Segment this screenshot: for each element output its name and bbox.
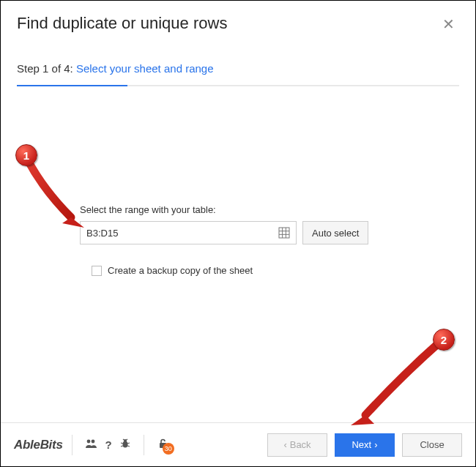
step-prefix: Step 1 of 4: [17, 62, 76, 75]
people-icon[interactable] [85, 438, 98, 451]
close-icon[interactable]: ✕ [438, 14, 459, 34]
badge-count: 30 [163, 443, 174, 455]
range-input[interactable] [81, 223, 278, 243]
footer-bar: AbleBits ? 30 ‹ Back Next › Close [1, 422, 475, 466]
range-label: Select the range with your table: [80, 204, 387, 215]
annotation-1-number: 1 [23, 149, 29, 162]
annotation-arrow-2 [345, 330, 455, 433]
help-icon[interactable]: ? [105, 438, 112, 451]
svg-point-6 [91, 440, 94, 444]
progress-fill [17, 85, 127, 86]
back-button[interactable]: ‹ Back [267, 433, 327, 457]
annotation-2-number: 2 [441, 334, 447, 346]
back-label: Back [290, 439, 311, 450]
dialog-title: Find duplicate or unique rows [17, 14, 227, 33]
svg-line-11 [121, 446, 123, 447]
chevron-left-icon: ‹ [283, 439, 286, 450]
svg-line-9 [121, 443, 123, 444]
bug-icon[interactable] [119, 438, 131, 452]
svg-line-14 [126, 439, 127, 441]
footer-divider-2 [144, 435, 144, 455]
grid-icon[interactable] [278, 227, 290, 239]
step-indicator: Step 1 of 4: Select your sheet and range [17, 62, 459, 75]
annotation-badge-2: 2 [433, 329, 455, 351]
next-button[interactable]: Next › [335, 433, 395, 457]
backup-checkbox[interactable] [92, 266, 102, 276]
unlock-icon[interactable]: 30 [157, 438, 168, 452]
chevron-right-icon: › [374, 439, 377, 450]
auto-select-button[interactable]: Auto select [302, 221, 368, 244]
progress-bar [17, 85, 459, 86]
range-input-container [80, 221, 297, 244]
footer-divider [72, 435, 72, 455]
close-button[interactable]: Close [402, 433, 462, 457]
svg-point-5 [86, 440, 90, 444]
annotation-badge-1: 1 [15, 144, 37, 166]
next-label: Next [352, 439, 371, 450]
svg-rect-0 [279, 228, 289, 238]
svg-line-13 [123, 439, 124, 441]
svg-line-10 [127, 443, 130, 444]
step-link[interactable]: Select your sheet and range [76, 62, 214, 75]
svg-line-12 [127, 446, 130, 447]
brand-logo: AbleBits [14, 438, 63, 452]
backup-label: Create a backup copy of the sheet [108, 265, 253, 276]
